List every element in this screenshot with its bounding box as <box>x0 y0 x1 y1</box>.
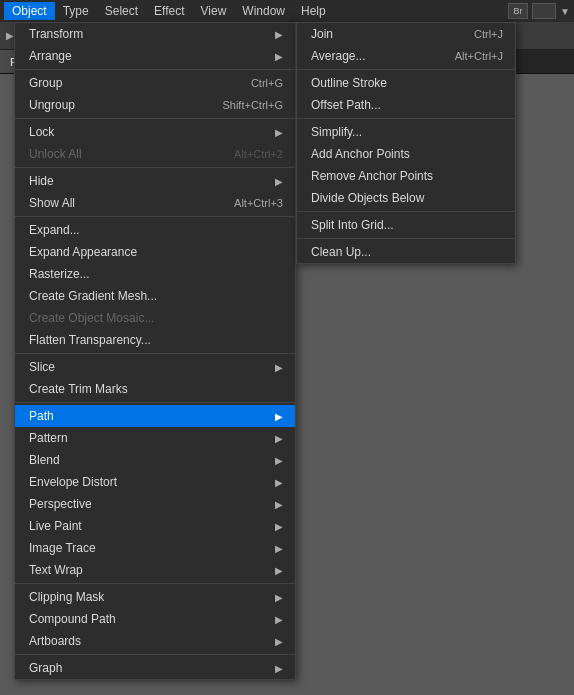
menu-item-expand-appearance[interactable]: Expand Appearance <box>15 241 295 263</box>
menu-window-item[interactable]: Window <box>234 2 293 20</box>
separator-2 <box>15 118 295 119</box>
path-menu-item-outline-stroke[interactable]: Outline Stroke <box>297 72 515 94</box>
path-menu-item-average[interactable]: Average... Alt+Ctrl+J <box>297 45 515 67</box>
menu-item-pattern[interactable]: Pattern ▶ <box>15 427 295 449</box>
menu-item-blend[interactable]: Blend ▶ <box>15 449 295 471</box>
menu-item-compound-path[interactable]: Compound Path ▶ <box>15 608 295 630</box>
menu-item-transform[interactable]: Transform ▶ <box>15 23 295 45</box>
menu-select-item[interactable]: Select <box>97 2 146 20</box>
menu-item-text-wrap[interactable]: Text Wrap ▶ <box>15 559 295 581</box>
menu-item-gradient-mesh[interactable]: Create Gradient Mesh... <box>15 285 295 307</box>
menu-item-ungroup[interactable]: Ungroup Shift+Ctrl+G <box>15 94 295 116</box>
menu-type-item[interactable]: Type <box>55 2 97 20</box>
menu-item-arrange[interactable]: Arrange ▶ <box>15 45 295 67</box>
menu-item-show-all[interactable]: Show All Alt+Ctrl+3 <box>15 192 295 214</box>
menu-item-unlock-all[interactable]: Unlock All Alt+Ctrl+2 <box>15 143 295 165</box>
menu-bar: Object Type Select Effect View Window He… <box>0 0 574 22</box>
path-submenu: Join Ctrl+J Average... Alt+Ctrl+J Outlin… <box>296 22 516 264</box>
path-separator-1 <box>297 69 515 70</box>
menu-item-live-paint[interactable]: Live Paint ▶ <box>15 515 295 537</box>
menu-item-slice[interactable]: Slice ▶ <box>15 356 295 378</box>
path-separator-4 <box>297 238 515 239</box>
separator-5 <box>15 353 295 354</box>
menu-item-graph[interactable]: Graph ▶ <box>15 657 295 679</box>
path-menu-item-split-grid[interactable]: Split Into Grid... <box>297 214 515 236</box>
menu-view-item[interactable]: View <box>193 2 235 20</box>
menu-item-hide[interactable]: Hide ▶ <box>15 170 295 192</box>
separator-4 <box>15 216 295 217</box>
separator-8 <box>15 654 295 655</box>
separator-7 <box>15 583 295 584</box>
menu-item-perspective[interactable]: Perspective ▶ <box>15 493 295 515</box>
menu-help-item[interactable]: Help <box>293 2 334 20</box>
menu-item-path[interactable]: Path ▶ <box>15 405 295 427</box>
path-menu-item-offset-path[interactable]: Offset Path... <box>297 94 515 116</box>
path-separator-2 <box>297 118 515 119</box>
menu-item-lock[interactable]: Lock ▶ <box>15 121 295 143</box>
path-separator-3 <box>297 211 515 212</box>
path-menu-item-divide-objects[interactable]: Divide Objects Below <box>297 187 515 209</box>
object-menu: Transform ▶ Arrange ▶ Group Ctrl+G Ungro… <box>14 22 296 680</box>
menu-item-create-trim-marks[interactable]: Create Trim Marks <box>15 378 295 400</box>
path-menu-item-add-anchor[interactable]: Add Anchor Points <box>297 143 515 165</box>
menu-item-expand[interactable]: Expand... <box>15 219 295 241</box>
separator-6 <box>15 402 295 403</box>
path-menu-item-simplify[interactable]: Simplify... <box>297 121 515 143</box>
menu-item-envelope-distort[interactable]: Envelope Distort ▶ <box>15 471 295 493</box>
menu-item-image-trace[interactable]: Image Trace ▶ <box>15 537 295 559</box>
menu-item-group[interactable]: Group Ctrl+G <box>15 72 295 94</box>
path-menu-item-remove-anchor[interactable]: Remove Anchor Points <box>297 165 515 187</box>
path-menu-item-join[interactable]: Join Ctrl+J <box>297 23 515 45</box>
path-menu-item-clean-up[interactable]: Clean Up... <box>297 241 515 263</box>
menu-item-clipping-mask[interactable]: Clipping Mask ▶ <box>15 586 295 608</box>
menu-effect-item[interactable]: Effect <box>146 2 192 20</box>
menu-item-rasterize[interactable]: Rasterize... <box>15 263 295 285</box>
menu-object-item[interactable]: Object <box>4 2 55 20</box>
menu-item-object-mosaic[interactable]: Create Object Mosaic... <box>15 307 295 329</box>
menu-item-flatten-transparency[interactable]: Flatten Transparency... <box>15 329 295 351</box>
separator-3 <box>15 167 295 168</box>
menu-item-artboards[interactable]: Artboards ▶ <box>15 630 295 652</box>
separator-1 <box>15 69 295 70</box>
